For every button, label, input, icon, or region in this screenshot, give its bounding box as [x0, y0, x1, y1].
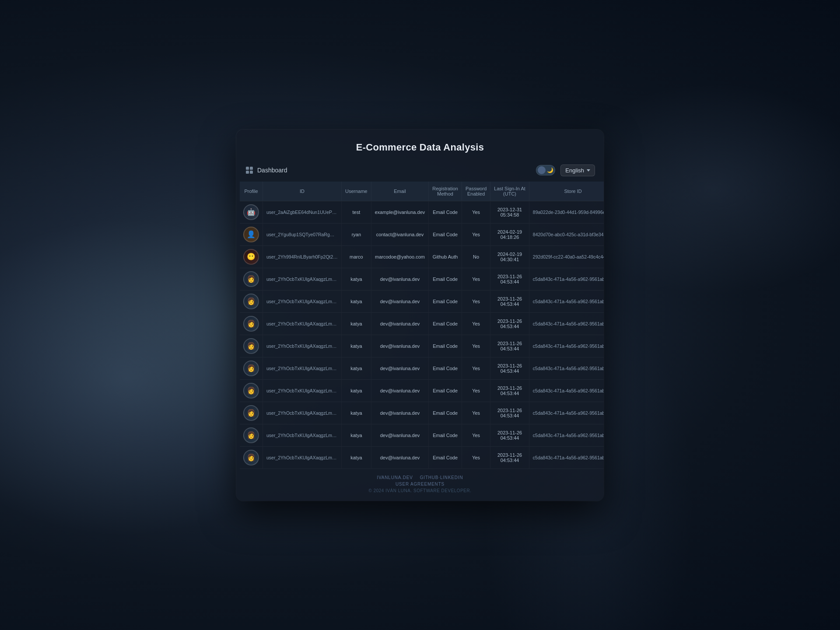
cell-last-sign-in: 2023-11-26 04:53:44 — [490, 379, 529, 402]
table-row[interactable]: 👩 user_2YhOcbTxKUlgAXaqgzLmT3RrTP2 katya… — [240, 357, 604, 379]
svg-rect-3 — [250, 171, 253, 174]
cell-id: user_2YhOcbTxKUlgAXaqgzLmT3RrTP2 — [263, 268, 342, 290]
cell-id: user_2YhOcbTxKUlgAXaqgzLmT3RrTP2 — [263, 335, 342, 357]
col-email: Email — [371, 182, 429, 201]
cell-reg-method: Email Code — [429, 223, 462, 245]
avatar: 😶 — [243, 249, 259, 265]
cell-password-enabled: Yes — [462, 446, 490, 469]
cell-profile: 😶 — [240, 245, 263, 268]
cell-password-enabled: Yes — [462, 424, 490, 446]
footer-links: IVANLUNA.DEV GITHUB·LINKEDIN — [245, 475, 595, 480]
chevron-down-icon — [587, 169, 590, 172]
cell-last-sign-in: 2023-11-26 04:53:44 — [490, 290, 529, 312]
table-row[interactable]: 👤 user_2Ygu8up1SQTye07RaRgMkxt7xSv ryan … — [240, 223, 604, 245]
cell-last-sign-in: 2023-11-26 04:53:44 — [490, 446, 529, 469]
cell-profile: 👩 — [240, 290, 263, 312]
dashboard-icon — [245, 166, 254, 175]
cell-store-id: c5da843c-471a-4a56-a962-9561ab281612 — [529, 446, 604, 469]
cell-username: katya — [342, 312, 371, 335]
cell-reg-method: Email Code — [429, 201, 462, 223]
cell-username: test — [342, 201, 371, 223]
cell-username: katya — [342, 379, 371, 402]
table-row[interactable]: 👩 user_2YhOcbTxKUlgAXaqgzLmT3RrTP2 katya… — [240, 379, 604, 402]
table-row[interactable]: 👩 user_2YhOcbTxKUlgAXaqgzLmT3RrTP2 katya… — [240, 290, 604, 312]
col-username: Username — [342, 182, 371, 201]
table-row[interactable]: 😶 user_2Yh994RnlLByarh0Fp2Qt2T8Mrb marco… — [240, 245, 604, 268]
svg-rect-2 — [246, 171, 249, 174]
footer-link-github-linkedin[interactable]: GITHUB·LINKEDIN — [420, 475, 463, 480]
cell-id: user_2YhOcbTxKUlgAXaqgzLmT3RrTP2 — [263, 357, 342, 379]
cell-email: marcodoe@yahoo.com — [371, 245, 429, 268]
svg-rect-0 — [246, 167, 249, 170]
avatar: 👩 — [243, 383, 259, 399]
cell-last-sign-in: 2023-11-26 04:53:44 — [490, 335, 529, 357]
avatar: 👩 — [243, 338, 259, 354]
cell-last-sign-in: 2024-02-19 04:30:41 — [490, 245, 529, 268]
cell-id: user_2Ygu8up1SQTye07RaRgMkxt7xSv — [263, 223, 342, 245]
data-table: Profile ID Username Email RegistrationMe… — [240, 182, 604, 469]
table-wrapper: Profile ID Username Email RegistrationMe… — [236, 182, 604, 469]
cell-profile: 👤 — [240, 223, 263, 245]
cell-email: dev@ivanluna.dev — [371, 335, 429, 357]
cell-profile: 👩 — [240, 312, 263, 335]
col-reg-method: RegistrationMethod — [429, 182, 462, 201]
table-row[interactable]: 👩 user_2YhOcbTxKUlgAXaqgzLmT3RrTP2 katya… — [240, 424, 604, 446]
table-row[interactable]: 👩 user_2YhOcbTxKUlgAXaqgzLmT3RrTP2 katya… — [240, 312, 604, 335]
avatar: 👩 — [243, 427, 259, 443]
page-title: E-Commerce Data Analysis — [236, 130, 604, 161]
cell-password-enabled: No — [462, 245, 490, 268]
footer-link-ivanluna[interactable]: IVANLUNA.DEV — [377, 475, 413, 480]
avatar: 👩 — [243, 271, 259, 287]
table-row[interactable]: 👩 user_2YhOcbTxKUlgAXaqgzLmT3RrTP2 katya… — [240, 446, 604, 469]
avatar: 👩 — [243, 360, 259, 376]
col-password-enabled: PasswordEnabled — [462, 182, 490, 201]
cell-store-id: c5da843c-471a-4a56-a962-9561ab281612 — [529, 424, 604, 446]
cell-id: user_2YhOcbTxKUlgAXaqgzLmT3RrTP2 — [263, 446, 342, 469]
cell-id: user_2YhOcbTxKUlgAXaqgzLmT3RrTP2 — [263, 424, 342, 446]
table-row[interactable]: 🤖 user_2aAiZgbEE64dNun1UUePQFxwwdG test … — [240, 201, 604, 223]
cell-store-id: c5da843c-471a-4a56-a962-9561ab281612 — [529, 335, 604, 357]
cell-store-id: c5da843c-471a-4a56-a962-9561ab281612 — [529, 268, 604, 290]
table-row[interactable]: 👩 user_2YhOcbTxKUlgAXaqgzLmT3RrTP2 katya… — [240, 335, 604, 357]
footer-links-2: USER AGREEMENTS — [245, 482, 595, 486]
theme-toggle[interactable] — [536, 165, 555, 175]
language-selector[interactable]: English — [560, 164, 595, 176]
cell-last-sign-in: 2023-11-26 04:53:44 — [490, 312, 529, 335]
avatar: 👩 — [243, 294, 259, 309]
cell-profile: 🤖 — [240, 201, 263, 223]
cell-last-sign-in: 2023-11-26 04:53:44 — [490, 402, 529, 424]
cell-username: marco — [342, 245, 371, 268]
table-row[interactable]: 👩 user_2YhOcbTxKUlgAXaqgzLmT3RrTP2 katya… — [240, 268, 604, 290]
dashboard-link[interactable]: Dashboard — [245, 166, 287, 175]
table-row[interactable]: 👩 user_2YhOcbTxKUlgAXaqgzLmT3RrTP2 katya… — [240, 402, 604, 424]
cell-profile: 👩 — [240, 268, 263, 290]
cell-store-id: 8420d70e-abc0-425c-a31d-bf3e345a197c — [529, 223, 604, 245]
cell-password-enabled: Yes — [462, 201, 490, 223]
cell-store-id: 89a022de-23d0-44d1-959d-84996e867793 — [529, 201, 604, 223]
toolbar: Dashboard English — [236, 161, 604, 182]
title-text: E-Commerce Data Analysis — [356, 142, 484, 153]
cell-password-enabled: Yes — [462, 312, 490, 335]
language-label: English — [565, 167, 584, 174]
avatar: 👩 — [243, 450, 259, 466]
footer-copyright: © 2024 IVÁN LUNA. SOFTWARE DEVELOPER. — [245, 488, 595, 493]
cell-username: katya — [342, 268, 371, 290]
cell-password-enabled: Yes — [462, 290, 490, 312]
cell-reg-method: Github Auth — [429, 245, 462, 268]
cell-username: katya — [342, 424, 371, 446]
cell-email: dev@ivanluna.dev — [371, 290, 429, 312]
cell-last-sign-in: 2023-11-26 04:53:44 — [490, 268, 529, 290]
cell-last-sign-in: 2023-11-26 04:53:44 — [490, 357, 529, 379]
cell-username: katya — [342, 402, 371, 424]
cell-password-enabled: Yes — [462, 357, 490, 379]
cell-reg-method: Email Code — [429, 335, 462, 357]
cell-store-id: c5da843c-471a-4a56-a962-9561ab281612 — [529, 379, 604, 402]
footer-link-user-agreements[interactable]: USER AGREEMENTS — [396, 482, 444, 486]
cell-id: user_2YhOcbTxKUlgAXaqgzLmT3RrTP2 — [263, 312, 342, 335]
toggle-knob — [538, 166, 546, 174]
cell-reg-method: Email Code — [429, 424, 462, 446]
cell-profile: 👩 — [240, 424, 263, 446]
svg-rect-1 — [250, 167, 253, 170]
cell-email: dev@ivanluna.dev — [371, 402, 429, 424]
cell-email: dev@ivanluna.dev — [371, 424, 429, 446]
